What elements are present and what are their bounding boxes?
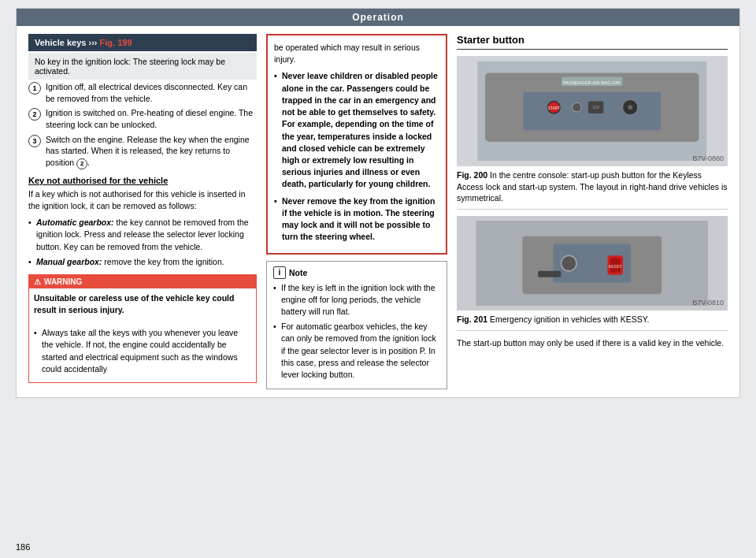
fig200-image: PASSENGER AIR BAG OFF START 12V B7V-0860 [457, 56, 728, 166]
fig200-num: Fig. 200 [457, 170, 487, 180]
footer-text: The start-up button may only be used if … [457, 337, 728, 349]
warning-bullet-text: Always take all the keys with you whenev… [42, 328, 238, 374]
no-key-sub-box: No key in the ignition lock: The steerin… [28, 53, 257, 80]
svg-point-7 [573, 102, 582, 112]
starter-button-heading: Starter button [457, 34, 728, 50]
fig201-caption: Fig. 201 Emergency ignition in vehicles … [457, 314, 728, 331]
step-circle-2: 2 [28, 108, 41, 121]
svg-point-11 [628, 105, 633, 110]
red-highlight-box: be operated which may result in serious … [266, 34, 447, 255]
bullet-manual-text: remove the key from the ignition. [102, 257, 224, 266]
step-circle-3: 3 [28, 135, 41, 147]
bullet-manual-label: Manual gearbox: [36, 257, 102, 266]
header-title: Operation [352, 12, 404, 23]
left-column: Vehicle keys ››› Fig. 199 No key in the … [28, 34, 257, 389]
page-container: Operation Vehicle keys ››› Fig. 199 No k… [16, 8, 740, 398]
svg-text:KESSY: KESSY [609, 265, 622, 269]
fig200-label: B7V-0860 [692, 154, 724, 162]
page-header: Operation [17, 9, 739, 26]
note-icon: i [273, 266, 286, 279]
page-content: Vehicle keys ››› Fig. 199 No key in the … [17, 26, 739, 397]
ignition-step-3: 3 Switch on the engine. Release the key … [28, 134, 257, 169]
fig200-caption: Fig. 200 In the centre console: start-up… [457, 169, 728, 210]
bullet-manual-gearbox: Manual gearbox: remove the key from the … [28, 256, 257, 268]
red-bullet-1-text: Never leave children or disabled people … [282, 71, 438, 188]
fig-ref-199: Fig. 199 [100, 38, 132, 47]
step-text-1: Ignition off, all electrical devices dis… [46, 81, 257, 104]
svg-text:START: START [548, 106, 560, 110]
step-circle-1: 1 [28, 82, 41, 95]
note-bullet-2: For automatic gearbox vehicles, the key … [273, 321, 440, 381]
bullet-auto-gearbox: Automatic gearbox: the key cannot be rem… [28, 217, 257, 253]
inline-ref-circle: 2 [76, 158, 87, 169]
ignition-step-2: 2 Ignition is switched on. Pre-heating o… [28, 107, 257, 130]
key-not-authorised-heading: Key not authorised for the vehicle [28, 176, 257, 185]
ignition-step-1: 1 Ignition off, all electrical devices d… [28, 81, 257, 104]
step-text-3: Switch on the engine. Release the key wh… [46, 134, 257, 169]
svg-text:PASSENGER AIR BAG OFF: PASSENGER AIR BAG OFF [563, 80, 621, 85]
red-intro-text: be operated which may result in serious … [274, 42, 439, 65]
warning-label: WARNING [44, 277, 82, 286]
fig201-image: KESSY B7V-0810 [457, 216, 728, 311]
red-bullet-2: Never remove the key from the ignition i… [274, 195, 439, 244]
right-column: Starter button PASSENGER AIR BAG OFF STA… [457, 34, 728, 389]
fig200-caption-body: In the centre console: start-up push but… [457, 170, 728, 203]
kessy-svg: KESSY [470, 221, 714, 306]
note-bullet-1-text: If the key is left in the ignition lock … [281, 283, 435, 316]
red-bullet-2-text: Never remove the key from the ignition i… [282, 196, 435, 242]
note-label: Note [289, 268, 307, 277]
fig201-caption-body: Emergency ignition in vehicles with KESS… [490, 314, 649, 324]
ignition-steps: 1 Ignition off, all electrical devices d… [28, 81, 257, 169]
svg-rect-19 [538, 271, 561, 277]
warning-header: ⚠ WARNING [29, 275, 256, 288]
vehicle-keys-label: Vehicle keys [35, 38, 86, 47]
warning-box: ⚠ WARNING Unsuitable or careless use of … [28, 274, 257, 383]
note-bullet-1: If the key is left in the ignition lock … [273, 282, 440, 318]
dashboard-svg: PASSENGER AIR BAG OFF START 12V [470, 61, 714, 161]
page-number: 186 [16, 542, 30, 552]
note-bullet-2-text: For automatic gearbox vehicles, the key … [281, 322, 436, 379]
middle-column: be operated which may result in serious … [266, 34, 447, 389]
warning-bold-text: Unsuitable or careless use of the vehicl… [34, 292, 251, 315]
fig201-label: B7V-0810 [692, 299, 724, 307]
step-text-2: Ignition is switched on. Pre-heating of … [46, 107, 257, 130]
note-header: i Note [273, 266, 440, 279]
warning-triangle-icon: ⚠ [34, 277, 41, 286]
bullet-auto-label: Automatic gearbox: [36, 218, 114, 227]
vehicle-keys-box: Vehicle keys ››› Fig. 199 [28, 34, 257, 51]
red-bullet-1: Never leave children or disabled people … [274, 70, 439, 190]
warning-bullet: Always take all the keys with you whenev… [34, 327, 251, 375]
svg-text:12V: 12V [593, 106, 600, 110]
warning-content: Unsuitable or careless use of the vehicl… [29, 288, 256, 382]
fig201-num: Fig. 201 [457, 314, 487, 324]
key-not-authorised-text: If a key which is not authorised for thi… [28, 188, 257, 212]
no-key-text: No key in the ignition lock: The steerin… [35, 57, 225, 76]
svg-point-18 [561, 255, 577, 271]
note-box: i Note If the key is left in the ignitio… [266, 261, 447, 390]
